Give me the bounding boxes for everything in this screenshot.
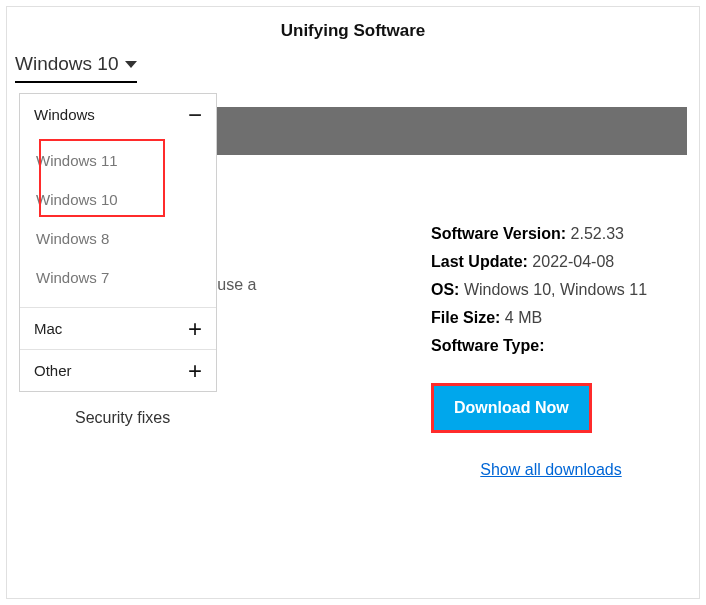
os-selector-label: Windows 10 (15, 53, 119, 75)
meta-version-value: 2.52.33 (571, 225, 624, 242)
show-all-downloads-link[interactable]: Show all downloads (431, 461, 671, 479)
dropdown-group-label: Other (34, 362, 72, 379)
expand-icon: + (188, 363, 202, 379)
dropdown-item-windows-10[interactable]: Windows 10 (20, 180, 216, 219)
dropdown-item-windows-7[interactable]: Windows 7 (20, 258, 216, 297)
meta-type-label: Software Type: (431, 337, 545, 354)
meta-last-update-value: 2022-04-08 (532, 253, 614, 270)
meta-file-size: File Size: 4 MB (431, 309, 671, 327)
meta-last-update: Last Update: 2022-04-08 (431, 253, 671, 271)
meta-file-size-label: File Size: (431, 309, 500, 326)
dropdown-group-mac[interactable]: Mac + (20, 307, 216, 349)
meta-version-label: Software Version: (431, 225, 566, 242)
os-selector-dropdown[interactable]: Windows 10 (15, 53, 137, 83)
dropdown-group-windows[interactable]: Windows − (20, 94, 216, 135)
caret-down-icon (125, 61, 137, 68)
download-button[interactable]: Download Now (431, 383, 592, 433)
dropdown-group-label: Mac (34, 320, 62, 337)
dropdown-group-other[interactable]: Other + (20, 349, 216, 391)
os-dropdown-panel: Windows − Windows 11 Windows 10 Windows … (19, 93, 217, 392)
changelog-text: Security fixes (75, 409, 391, 427)
meta-file-size-value: 4 MB (505, 309, 542, 326)
meta-os-label: OS: (431, 281, 459, 298)
meta-version: Software Version: 2.52.33 (431, 225, 671, 243)
collapse-icon: − (188, 107, 202, 123)
meta-os: OS: Windows 10, Windows 11 (431, 281, 671, 299)
meta-last-update-label: Last Update: (431, 253, 528, 270)
meta-os-value: Windows 10, Windows 11 (464, 281, 647, 298)
page-title: Unifying Software (7, 7, 699, 47)
dropdown-item-windows-11[interactable]: Windows 11 (20, 141, 216, 180)
dropdown-item-windows-8[interactable]: Windows 8 (20, 219, 216, 258)
meta-type: Software Type: (431, 337, 671, 355)
expand-icon: + (188, 321, 202, 337)
dropdown-group-label: Windows (34, 106, 95, 123)
